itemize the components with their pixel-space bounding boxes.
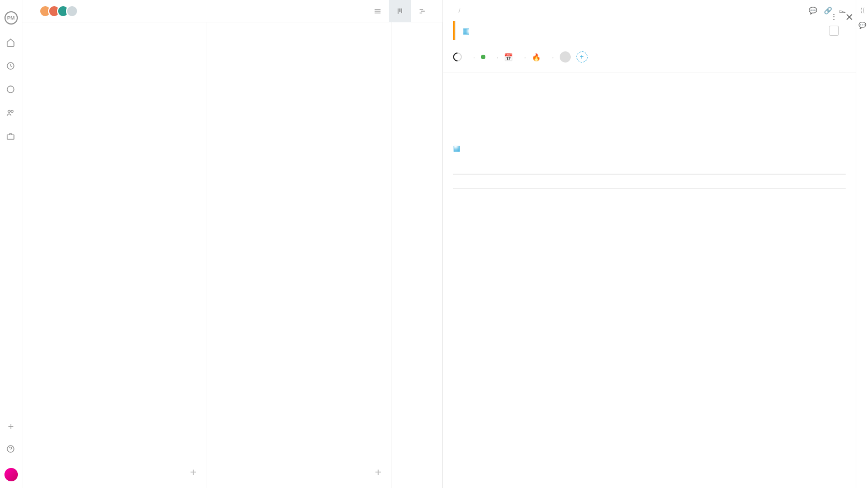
task-detail-panel: ⋮ ✕ / 💬 🔗 ⌳ ▦ · · 📅 · 🔥 · + <box>442 0 856 488</box>
calendar-icon: 📅 <box>504 53 513 61</box>
add-task-button[interactable]: + <box>22 457 207 488</box>
add-task-button[interactable]: + <box>207 457 392 488</box>
progress-ring-icon <box>451 51 464 64</box>
detail-body: ▦ <box>443 73 856 488</box>
app-sidebar: PM + <box>0 0 22 488</box>
collapse-icon[interactable]: ⟨⟨ <box>860 7 865 14</box>
clock-icon[interactable] <box>6 85 16 95</box>
actual-stats-row <box>453 188 846 189</box>
more-members-badge <box>66 5 78 17</box>
column-todo: + <box>22 22 207 488</box>
assignee-avatar[interactable] <box>560 51 571 63</box>
team-icon[interactable] <box>6 108 16 118</box>
close-icon[interactable]: ✕ <box>845 11 853 23</box>
plus-icon: + <box>190 466 197 479</box>
home-icon[interactable] <box>6 38 16 48</box>
column-header <box>207 22 392 41</box>
svg-point-3 <box>11 110 13 112</box>
app-logo[interactable]: PM <box>4 11 18 25</box>
add-todo-input[interactable] <box>453 100 846 104</box>
add-assignee-button[interactable]: + <box>576 51 588 63</box>
right-sidebar-collapsed[interactable]: ⟨⟨ 💬 <box>856 0 868 488</box>
board-view-button[interactable] <box>389 0 411 22</box>
gantt-view-button[interactable] <box>411 0 433 22</box>
plus-icon: + <box>375 466 381 479</box>
flame-icon: 🔥 <box>532 53 541 61</box>
column-doing: + <box>207 22 392 488</box>
comments-panel-toggle[interactable]: 💬 <box>859 22 866 29</box>
column-done <box>392 22 442 488</box>
list-view-button[interactable] <box>366 0 389 22</box>
add-icon[interactable]: + <box>6 421 16 431</box>
done-checkbox[interactable] <box>829 26 839 36</box>
main-area: + + <box>22 0 442 488</box>
briefcase-icon[interactable] <box>6 132 16 142</box>
priority-stripe <box>453 21 456 40</box>
breadcrumb-separator: / <box>459 7 460 15</box>
status-dot-icon <box>481 55 485 59</box>
svg-rect-4 <box>7 135 14 139</box>
add-task-button[interactable] <box>392 470 442 488</box>
add-subtask-input[interactable]: ▦ <box>453 136 846 160</box>
svg-point-1 <box>7 86 14 93</box>
more-options-icon[interactable]: ⋮ <box>830 12 838 21</box>
topbar <box>22 0 442 22</box>
kanban-board: + + <box>22 22 442 488</box>
task-meta-row: · · 📅 · 🔥 · + <box>443 48 856 73</box>
comments-count[interactable]: 💬 <box>809 7 817 15</box>
help-icon[interactable] <box>6 444 16 454</box>
detail-header: / 💬 🔗 ⌳ <box>443 0 856 19</box>
user-avatar[interactable] <box>4 468 18 481</box>
planned-stats-row <box>453 174 846 175</box>
project-members[interactable] <box>42 5 78 17</box>
task-icon: ▦ <box>462 26 470 35</box>
svg-point-2 <box>8 110 10 112</box>
column-header <box>392 22 442 41</box>
column-header <box>22 22 207 41</box>
activity-icon[interactable] <box>6 61 16 71</box>
